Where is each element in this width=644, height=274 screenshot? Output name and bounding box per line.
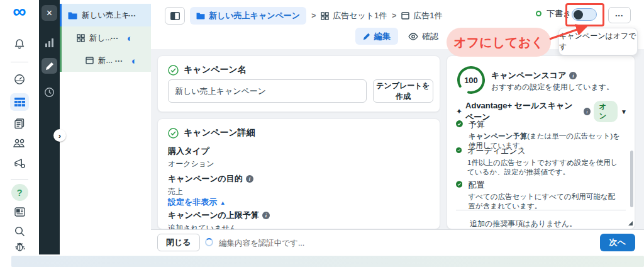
score-subtitle: おすすめの設定を使用しています。 [491, 82, 614, 93]
campaign-name-input[interactable] [168, 79, 367, 103]
annotation-label: オフにしておく [447, 28, 551, 57]
caret-up-icon: ▲ [220, 200, 226, 206]
campaign-name-card: キャンペーン名 テンプレートを作成 [157, 55, 440, 112]
ads-reporting-pages-icon[interactable] [0, 117, 39, 130]
create-template-button[interactable]: テンプレートを作成 [373, 79, 433, 103]
buying-type-value: オークション [168, 159, 214, 169]
breadcrumb-adset[interactable]: 広告セット1件 [321, 10, 387, 21]
adset-more-menu[interactable]: ••• [111, 35, 119, 41]
account-overview-gauge-icon[interactable] [0, 73, 39, 86]
close-button[interactable]: 閉じる [157, 234, 200, 251]
objective-label: キャンペーンの目的 i [168, 173, 253, 185]
objective-field: キャンペーンの目的 i 売上 [168, 173, 253, 197]
folder-icon [196, 12, 205, 20]
tree-row-campaign[interactable]: 新しい売上キ... ••• [60, 4, 151, 26]
tree-campaign-label: 新しい売上キ... [82, 10, 128, 21]
breadcrumb-separator: > [392, 11, 396, 20]
campaign-score-card: 100 キャンペーンスコア i おすすめの設定を使用しています。 ✦ Advan… [447, 55, 635, 229]
edit-mode-button[interactable]: 編集 [355, 28, 398, 45]
meta-logo[interactable]: ∞ [0, 3, 39, 20]
footer-bar: 閉じる 編集内容を認証中です... 次へ [151, 229, 644, 254]
collapse-sidebar-icon [170, 12, 180, 20]
section-complete-check-icon [168, 65, 179, 76]
annotation-highlight-box [565, 3, 604, 26]
ads-manager-window: ∞ [0, 0, 644, 274]
score-panel-scrollbar[interactable] [630, 151, 633, 207]
check-circle-icon [456, 119, 463, 128]
campaign-name-header: キャンペーン名 [168, 64, 247, 76]
mode-tabs: 編集 確認 [355, 28, 438, 45]
item-title: 予算 [469, 119, 621, 130]
sparkle-icon: ✦ [456, 107, 462, 116]
next-button[interactable]: 次へ [600, 234, 635, 251]
tree-adset-label: 新し... [89, 33, 111, 43]
close-editor-icon[interactable]: × [42, 5, 57, 21]
campaign-details-header: キャンペーン詳細 [168, 127, 255, 139]
audiences-people-icon[interactable] [0, 137, 39, 149]
spending-limit-label: キャンペーンの上限予算 i [168, 210, 270, 221]
bug-report-icon[interactable] [0, 241, 39, 253]
history-clock-icon[interactable] [43, 87, 56, 98]
ad-frame-icon [86, 57, 94, 64]
tree-row-ad[interactable]: 新... ••• ◐ [60, 49, 151, 72]
search-icon[interactable] [0, 225, 39, 237]
notifications-bell-icon[interactable] [0, 38, 39, 50]
help-icon[interactable]: ? [0, 184, 39, 201]
news-updates-icon[interactable] [0, 207, 39, 217]
breadcrumb-ad[interactable]: 広告1件 [401, 10, 442, 21]
campaign-off-tooltip: キャンペーンはオフです [558, 28, 638, 55]
breadcrumb: 新しい売上キャンペーン > 広告セット1件 > 広告1件 [190, 7, 443, 25]
campaign-details-card: キャンペーン詳細 購入タイプ オークション キャンペーンの目的 i 売上 設定を… [157, 118, 440, 229]
scrollbar-corner [628, 221, 633, 225]
expand-panel-chevron-icon[interactable]: › [53, 129, 66, 142]
info-icon[interactable]: i [246, 175, 253, 183]
hide-settings-link[interactable]: 設定を非表示 ▲ [168, 196, 226, 208]
main-area: 新しい売上キャンペーン > 広告セット1件 > 広告1件 [151, 0, 644, 254]
campaign-more-options-button[interactable]: ••• [608, 7, 631, 23]
edit-pencil-icon [363, 33, 370, 40]
ad-frame-icon [401, 12, 409, 20]
performance-chart-icon[interactable] [43, 38, 56, 48]
editing-indicator [60, 49, 62, 72]
review-mode-button[interactable]: 確認 [408, 31, 438, 42]
info-icon[interactable]: i [584, 108, 590, 115]
ads-megaphone-icon[interactable] [0, 157, 39, 169]
global-nav-rail: ∞ [0, 0, 39, 254]
item-desc: 1件以上の広告セットでおすすめ設定を使用しているか、設定が推奨値です。 [467, 158, 621, 177]
collapse-sidebar-button[interactable] [165, 7, 185, 25]
score-gauge: 100 [456, 65, 486, 95]
item-title: 配置 [468, 180, 621, 191]
ad-status-toggle-icon[interactable]: ◐ [131, 56, 137, 66]
campaigns-table-icon-active[interactable] [0, 93, 39, 111]
selected-indicator [60, 4, 62, 26]
validating-status: 編集内容を認証中です... [219, 238, 304, 249]
editor-rail: × › [39, 0, 60, 254]
section-complete-check-icon [168, 128, 179, 139]
page-background-strip [11, 256, 644, 267]
chevron-down-icon[interactable]: ▼ [621, 108, 627, 115]
info-icon[interactable]: i [262, 212, 270, 219]
info-icon[interactable]: i [569, 72, 577, 79]
rail-divider [11, 179, 28, 180]
adset-grid-icon [77, 34, 85, 42]
breadcrumb-campaign[interactable]: 新しい売上キャンペーン [190, 7, 306, 25]
campaign-more-menu[interactable]: ••• [128, 13, 136, 18]
rail-divider [11, 62, 28, 62]
ad-more-menu[interactable]: ••• [115, 58, 123, 64]
campaign-tree-panel: 新しい売上キ... ••• 新し... ••• ◐ 新... ••• ◐ [60, 0, 151, 254]
eye-icon [408, 33, 418, 40]
folder-icon [68, 11, 77, 20]
adset-status-toggle-icon[interactable]: ◐ [127, 33, 133, 43]
no-more-recommendations: 追加の推奨事項はありません。 [470, 219, 577, 229]
tree-row-adset[interactable]: 新し... ••• ◐ [60, 26, 151, 49]
buying-type-label: 購入タイプ [168, 146, 214, 157]
buying-type-field: 購入タイプ オークション [168, 146, 214, 169]
score-title: キャンペーンスコア i [491, 70, 577, 81]
validating-spinner-icon [205, 238, 213, 246]
edit-pencil-icon-active[interactable] [42, 58, 57, 74]
check-circle-icon [456, 146, 462, 155]
divider [456, 210, 626, 210]
score-item-placements: 配置 すべての広告セットにすべての利用可能な配置が含まれています。 [456, 180, 621, 211]
tree-ad-label: 新... [98, 55, 115, 66]
item-title: オーディエンス [467, 146, 621, 157]
